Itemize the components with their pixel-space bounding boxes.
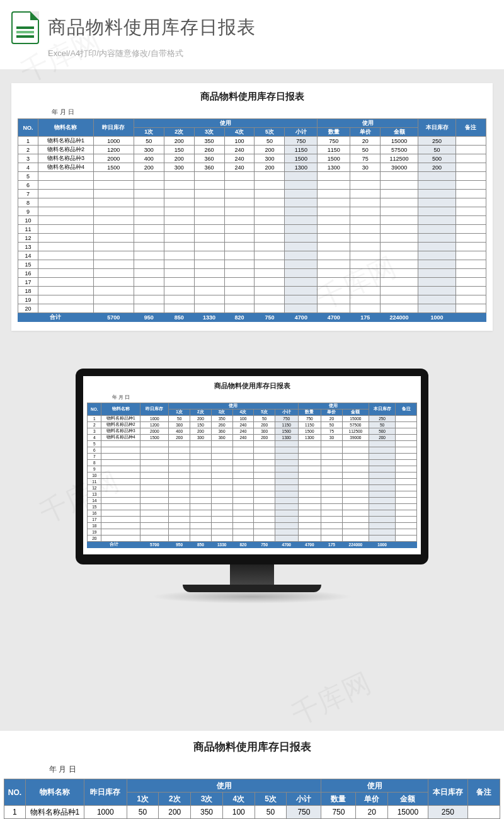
- cell-name[interactable]: 物料名称品种2: [38, 146, 93, 154]
- cell-no[interactable]: 9: [18, 207, 38, 216]
- cell-subtotal[interactable]: 1300: [285, 163, 318, 172]
- cell-prev[interactable]: 2000: [93, 154, 134, 163]
- cell-prev[interactable]: 1200: [140, 422, 169, 428]
- cell-u4[interactable]: 100: [224, 137, 255, 146]
- cell-today[interactable]: 50: [418, 146, 456, 154]
- cell-prev[interactable]: 1500: [93, 163, 134, 172]
- cell-no[interactable]: 5: [88, 441, 101, 447]
- cell-u4[interactable]: 100: [232, 416, 254, 422]
- cell-no[interactable]: 14: [18, 251, 38, 260]
- cell-u3[interactable]: 360: [211, 428, 232, 435]
- cell-price[interactable]: 50: [350, 146, 381, 154]
- cell-u4[interactable]: 240: [232, 428, 254, 435]
- cell-price[interactable]: 75: [350, 154, 381, 163]
- cell-no[interactable]: 8: [18, 198, 38, 207]
- cell-remark[interactable]: [468, 806, 500, 819]
- cell-no[interactable]: 11: [88, 479, 101, 485]
- cell-u4[interactable]: 100: [222, 806, 255, 819]
- cell-u3[interactable]: 260: [211, 422, 232, 428]
- cell-amount[interactable]: 15000: [342, 416, 369, 422]
- cell-price[interactable]: 30: [350, 163, 381, 172]
- cell-no[interactable]: 5: [18, 172, 38, 181]
- cell-subtotal[interactable]: 1150: [285, 146, 318, 154]
- cell-u5[interactable]: 200: [255, 146, 285, 154]
- cell-no[interactable]: 4: [18, 163, 38, 172]
- cell-qty[interactable]: 1300: [298, 435, 321, 441]
- cell-no[interactable]: 2: [88, 422, 101, 428]
- cell-u1[interactable]: 400: [169, 428, 190, 435]
- cell-no[interactable]: 1: [88, 416, 101, 422]
- cell-u1[interactable]: 50: [169, 416, 190, 422]
- cell-u3[interactable]: 350: [194, 137, 224, 146]
- cell-u5[interactable]: 50: [255, 137, 285, 146]
- cell-amount[interactable]: 39000: [381, 163, 418, 172]
- cell-no[interactable]: 9: [88, 466, 101, 472]
- cell-remark[interactable]: [455, 154, 486, 163]
- cell-name[interactable]: 物料名称品种1: [101, 416, 140, 422]
- cell-subtotal[interactable]: 750: [275, 416, 298, 422]
- cell-prev[interactable]: 1000: [93, 137, 134, 146]
- cell-no[interactable]: 3: [18, 154, 38, 163]
- cell-name[interactable]: 物料名称品种1: [38, 137, 93, 146]
- cell-u5[interactable]: 200: [255, 163, 285, 172]
- cell-no[interactable]: 19: [88, 529, 101, 536]
- cell-u1[interactable]: 400: [134, 154, 164, 163]
- cell-u2[interactable]: 150: [164, 146, 194, 154]
- cell-no[interactable]: 11: [18, 225, 38, 234]
- cell-prev[interactable]: 1500: [140, 435, 169, 441]
- cell-subtotal[interactable]: 1500: [275, 428, 298, 435]
- cell-u2[interactable]: 300: [164, 163, 194, 172]
- cell-amount[interactable]: 57500: [381, 146, 418, 154]
- cell-no[interactable]: 14: [88, 498, 101, 504]
- cell-u4[interactable]: 240: [232, 422, 254, 428]
- cell-amount[interactable]: 39000: [342, 435, 369, 441]
- cell-u2[interactable]: 200: [164, 154, 194, 163]
- cell-price[interactable]: 20: [321, 416, 343, 422]
- cell-no[interactable]: 16: [18, 269, 38, 278]
- cell-u1[interactable]: 300: [134, 146, 164, 154]
- cell-no[interactable]: 8: [88, 460, 101, 466]
- cell-today[interactable]: 500: [418, 154, 456, 163]
- cell-remark[interactable]: [455, 163, 486, 172]
- cell-no[interactable]: 13: [88, 491, 101, 498]
- cell-prev[interactable]: 1000: [140, 416, 169, 422]
- cell-name[interactable]: 物料名称品种2: [101, 422, 140, 428]
- cell-no[interactable]: 19: [18, 295, 38, 304]
- cell-amount[interactable]: 15000: [381, 137, 418, 146]
- cell-subtotal[interactable]: 1300: [275, 435, 298, 441]
- cell-u5[interactable]: 300: [255, 154, 285, 163]
- cell-u3[interactable]: 360: [194, 163, 224, 172]
- cell-today[interactable]: 250: [369, 416, 395, 422]
- cell-u1[interactable]: 200: [169, 435, 190, 441]
- cell-u1[interactable]: 300: [169, 422, 190, 428]
- cell-remark[interactable]: [396, 416, 417, 422]
- cell-no[interactable]: 12: [18, 234, 38, 243]
- cell-price[interactable]: 50: [321, 422, 343, 428]
- cell-name[interactable]: 物料名称品种4: [38, 163, 93, 172]
- cell-today[interactable]: 200: [418, 163, 456, 172]
- cell-u5[interactable]: 50: [255, 806, 287, 819]
- cell-name[interactable]: 物料名称品种1: [25, 806, 84, 819]
- cell-remark[interactable]: [396, 422, 417, 428]
- cell-no[interactable]: 16: [88, 510, 101, 517]
- cell-u4[interactable]: 240: [224, 163, 255, 172]
- cell-no[interactable]: 20: [18, 304, 38, 313]
- cell-no[interactable]: 7: [18, 190, 38, 198]
- cell-prev[interactable]: 2000: [140, 428, 169, 435]
- cell-u3[interactable]: 350: [191, 806, 223, 819]
- cell-no[interactable]: 13: [18, 243, 38, 251]
- cell-u2[interactable]: 150: [190, 422, 212, 428]
- cell-today[interactable]: 50: [369, 422, 395, 428]
- cell-no[interactable]: 2: [18, 146, 38, 154]
- cell-no[interactable]: 3: [88, 428, 101, 435]
- cell-today[interactable]: 250: [428, 806, 467, 819]
- cell-u3[interactable]: 350: [211, 416, 232, 422]
- cell-subtotal[interactable]: 750: [285, 137, 318, 146]
- cell-remark[interactable]: [455, 137, 486, 146]
- cell-qty[interactable]: 1150: [318, 146, 350, 154]
- cell-today[interactable]: 200: [369, 435, 395, 441]
- cell-u3[interactable]: 360: [211, 435, 232, 441]
- cell-qty[interactable]: 1500: [298, 428, 321, 435]
- cell-price[interactable]: 75: [321, 428, 343, 435]
- cell-no[interactable]: 6: [88, 447, 101, 454]
